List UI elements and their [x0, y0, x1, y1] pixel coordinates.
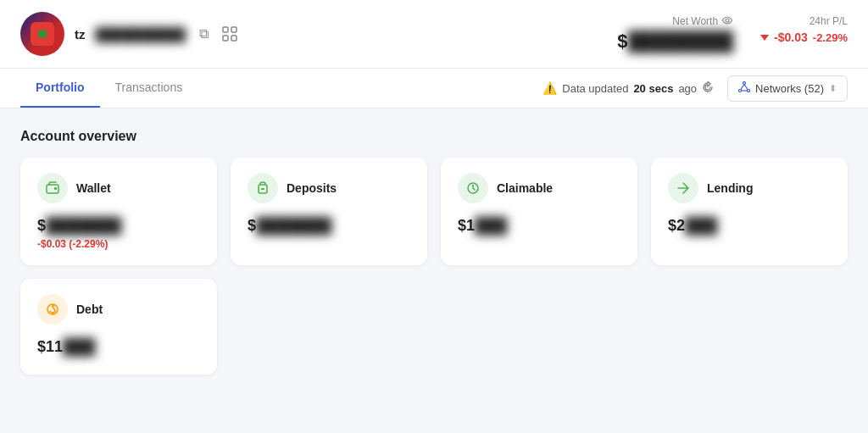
card-claimable: Claimable $1███	[441, 158, 637, 265]
networks-chevron-icon: ⬍	[829, 83, 837, 94]
data-updated: ⚠️ Data updated 20 secs ago	[542, 81, 714, 96]
data-updated-suffix: ago	[678, 82, 697, 95]
svg-point-4	[726, 19, 729, 22]
header-right: Net Worth $████████ 24hr P/L -$0.03	[617, 15, 848, 53]
header-left: tz ██████████ ⧉	[20, 12, 241, 56]
networks-button[interactable]: Networks (52) ⬍	[727, 75, 848, 102]
avatar-dot	[38, 30, 47, 38]
svg-point-7	[748, 89, 750, 92]
claimable-value-blurred: ███	[475, 217, 507, 235]
svg-point-5	[743, 81, 746, 84]
claimable-icon	[458, 173, 488, 203]
deposits-label: Deposits	[287, 181, 337, 195]
refresh-icon[interactable]	[702, 81, 714, 96]
svg-rect-2	[223, 36, 228, 41]
networks-icon	[738, 81, 750, 96]
username-label: tz	[75, 27, 86, 42]
net-worth-block: Net Worth $████████	[617, 15, 733, 53]
main-content: Account overview Wallet $███████ -$0.03 …	[0, 108, 868, 395]
debt-value: $11███	[37, 338, 200, 356]
header: tz ██████████ ⧉ Net Worth	[0, 0, 868, 69]
deposits-icon	[248, 173, 278, 203]
card-wallet-header: Wallet	[37, 173, 200, 203]
deposits-value-blurred: ███████	[256, 217, 331, 235]
cards-grid-row2: Debt $11███	[20, 279, 848, 375]
card-lending-header: Lending	[668, 173, 831, 203]
card-deposits: Deposits $███████	[231, 158, 427, 265]
svg-rect-14	[261, 188, 264, 190]
copy-icon[interactable]: ⧉	[196, 23, 212, 45]
wallet-value-blurred: ███████	[46, 217, 121, 235]
net-worth-blurred: ████████	[627, 31, 733, 53]
grid-icon[interactable]	[219, 23, 241, 45]
svg-line-9	[744, 84, 748, 89]
card-deposits-header: Deposits	[248, 173, 410, 203]
svg-rect-1	[231, 27, 236, 32]
data-updated-prefix: Data updated	[562, 82, 628, 95]
pnl-percent: -2.29%	[813, 31, 848, 44]
tab-transactions[interactable]: Transactions	[100, 69, 198, 108]
card-claimable-header: Claimable	[458, 173, 620, 203]
svg-rect-12	[54, 187, 57, 190]
section-title: Account overview	[20, 129, 848, 144]
arrow-down-icon	[760, 35, 769, 41]
wallet-value: $███████	[37, 217, 200, 235]
net-worth-label: Net Worth	[617, 15, 733, 27]
eye-icon[interactable]	[721, 15, 733, 27]
wallet-icon	[37, 173, 68, 203]
deposits-value: $███████	[248, 217, 410, 235]
nav-tabs: Portfolio Transactions	[20, 69, 198, 108]
username-value: ██████████	[96, 27, 186, 42]
lending-value-blurred: ███	[685, 217, 717, 235]
pnl-row: -$0.03 -2.29%	[760, 31, 848, 44]
card-wallet: Wallet $███████ -$0.03 (-2.29%)	[20, 158, 217, 265]
card-lending: Lending $2███	[651, 158, 848, 265]
avatar	[20, 12, 64, 56]
warning-icon: ⚠️	[542, 81, 557, 95]
cards-grid-row1: Wallet $███████ -$0.03 (-2.29%) Deposits	[20, 158, 848, 265]
debt-value-blurred: ███	[63, 338, 95, 356]
pnl-value: -$0.03	[760, 31, 808, 44]
data-updated-bold: 20 secs	[633, 82, 673, 95]
card-debt: Debt $11███	[20, 279, 217, 375]
lending-label: Lending	[707, 181, 753, 195]
net-worth-value: $████████	[617, 31, 733, 53]
svg-rect-0	[223, 27, 228, 32]
svg-line-8	[741, 84, 744, 89]
svg-point-6	[739, 89, 742, 92]
header-icons: ⧉	[196, 23, 241, 45]
debt-label: Debt	[76, 303, 103, 316]
svg-point-16	[472, 185, 474, 186]
avatar-inner	[31, 22, 54, 46]
nav-bar: Portfolio Transactions ⚠️ Data updated 2…	[0, 69, 868, 108]
nav-right: ⚠️ Data updated 20 secs ago	[542, 75, 848, 102]
networks-label: Networks (52)	[755, 82, 824, 95]
lending-icon	[668, 173, 698, 203]
tab-portfolio[interactable]: Portfolio	[20, 69, 100, 108]
claimable-value: $1███	[458, 217, 620, 235]
wallet-label: Wallet	[76, 181, 111, 195]
svg-rect-3	[231, 36, 236, 41]
lending-value: $2███	[668, 217, 831, 235]
wallet-change: -$0.03 (-2.29%)	[37, 238, 200, 250]
pnl-block: 24hr P/L -$0.03 -2.29%	[760, 15, 848, 44]
claimable-label: Claimable	[497, 181, 553, 195]
card-debt-header: Debt	[37, 294, 200, 325]
debt-icon	[37, 294, 68, 325]
pnl-label: 24hr P/L	[760, 15, 848, 27]
